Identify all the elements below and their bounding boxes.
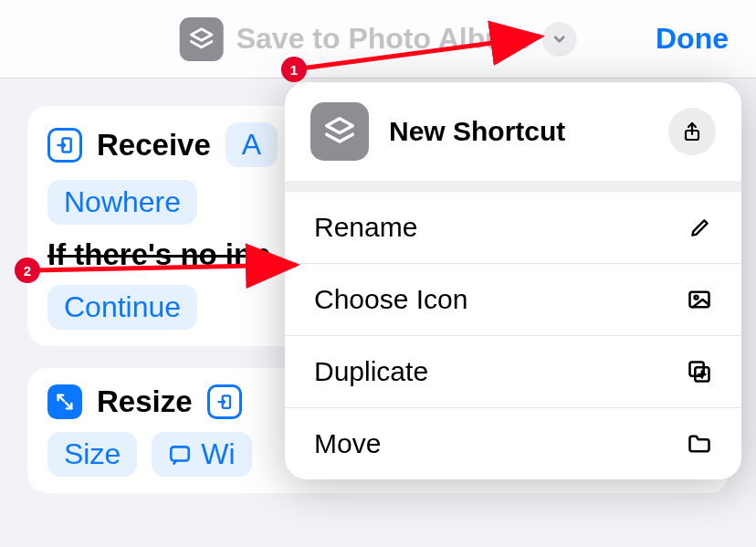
resize-label: Resize [97,384,193,419]
width-chip-label: Wi [201,437,235,471]
shortcut-app-icon [180,17,224,61]
if-no-input-label: If there's no inp [47,237,270,272]
annotation-badge-2: 2 [15,258,40,283]
share-icon [681,121,703,142]
width-chip[interactable]: Wi [152,432,251,477]
size-chip[interactable]: Size [47,432,137,477]
ask-icon [168,443,192,467]
annotation-badge-1: 1 [281,57,307,82]
svg-point-5 [695,296,698,300]
menu-rename[interactable]: Rename [285,192,741,263]
duplicate-icon [687,359,712,384]
menu-move[interactable]: Move [285,407,741,479]
svg-rect-4 [690,292,709,307]
image-icon [687,287,712,312]
title-zone: Save to Photo Album [180,17,577,61]
menu-choose-icon-label: Choose Icon [314,284,467,315]
input-icon [47,128,82,163]
menu-duplicate-label: Duplicate [314,356,428,387]
nowhere-chip[interactable]: Nowhere [47,180,197,225]
title-menu-chevron[interactable] [541,22,576,57]
folder-icon [687,431,712,457]
shortcut-title[interactable]: Save to Photo Album [236,22,530,56]
popover-title: New Shortcut [389,116,648,147]
editor-topbar: Save to Photo Album Done [0,0,756,79]
menu-choose-icon[interactable]: Choose Icon [285,263,741,335]
magic-var-icon[interactable] [207,384,242,419]
menu-rename-label: Rename [314,212,417,243]
svg-rect-2 [172,447,190,460]
input-type-chip[interactable]: A [226,122,278,167]
share-button[interactable] [668,108,716,155]
popover-divider [285,181,741,192]
continue-chip[interactable]: Continue [47,285,197,330]
popover-shortcut-icon [310,102,369,161]
shortcut-options-popover: New Shortcut Rename Choose Icon Duplicat… [285,82,741,479]
menu-move-label: Move [314,428,381,459]
receive-label: Receive [97,128,211,163]
popover-header: New Shortcut [285,82,741,181]
done-button[interactable]: Done [656,22,729,56]
menu-duplicate[interactable]: Duplicate [285,335,741,407]
resize-icon [47,384,82,419]
pencil-icon [688,216,712,239]
